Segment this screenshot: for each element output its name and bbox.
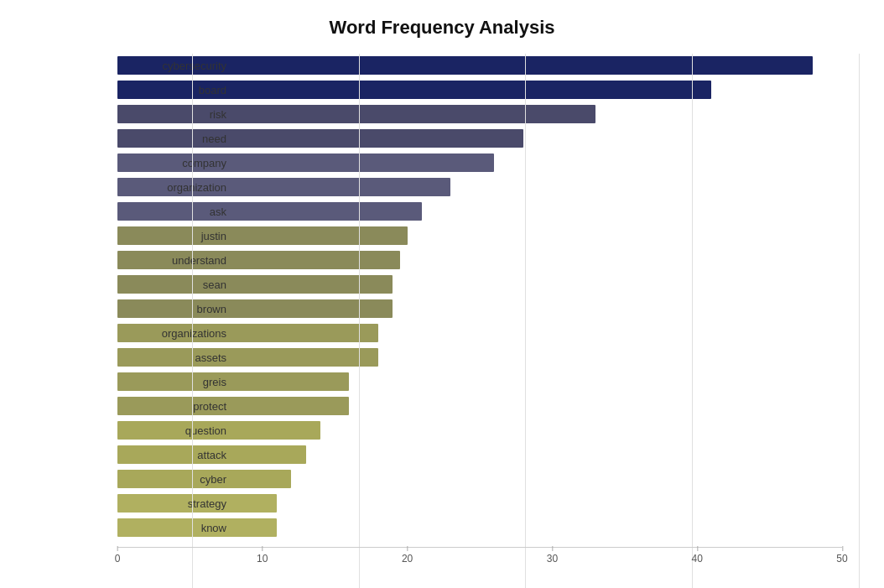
x-tick: 20 [402,553,413,565]
bar-row: sean [117,273,842,296]
bar-row: organization [117,175,842,199]
bar-row: assets [117,346,842,369]
bar-label: organizations [143,327,235,340]
bar-row: know [117,516,842,539]
x-axis: 01020304050 [117,547,842,572]
x-tick: 0 [115,553,121,565]
x-tick: 50 [836,553,847,565]
bar-label: strategy [143,497,235,510]
bar-label: greis [143,376,235,388]
bar-row: organizations [117,321,842,345]
bar-row: justin [117,224,842,247]
bar-row: cybersecurity [117,54,842,77]
bar-label: know [143,522,235,534]
bar-label: cyber [143,473,235,486]
bar-label: sean [143,278,235,291]
bar-label: protect [143,400,235,413]
bar-row: attack [117,443,842,466]
bar-label: ask [143,206,235,218]
bar-chart-area: cybersecurityboardriskneedcompanyorganiz… [117,54,842,540]
bar-label: board [143,84,235,96]
chart-title: Word Frequency Analysis [25,17,859,39]
bar-label: company [143,157,235,169]
bar-label: risk [143,108,235,121]
bar-row: understand [117,248,842,272]
bar-label: attack [143,449,235,461]
bar-label: need [143,133,235,145]
bar-label: brown [143,303,235,315]
bar-row: need [117,127,842,150]
bar-label: justin [143,230,235,242]
x-tick: 40 [692,553,703,565]
bar-row: cyber [117,467,842,491]
bar-row: ask [117,200,842,223]
x-tick: 10 [257,553,268,565]
chart-container: Word Frequency Analysis cybersecurityboa… [0,0,884,588]
bar-label: organization [143,181,235,194]
bar-row: question [117,419,842,442]
grid-line [859,54,860,588]
bar-row: greis [117,370,842,393]
bar-label: understand [143,254,235,267]
bar-label: assets [143,351,235,364]
x-tick: 30 [547,553,558,565]
bar-row: strategy [117,492,842,515]
bar-row: protect [117,394,842,418]
bar-label: cybersecurity [143,60,235,72]
bar-row: risk [117,102,842,126]
bar-row: board [117,78,842,101]
bar-label: question [143,424,235,437]
bar-row: brown [117,297,842,320]
bar-row: company [117,151,842,174]
